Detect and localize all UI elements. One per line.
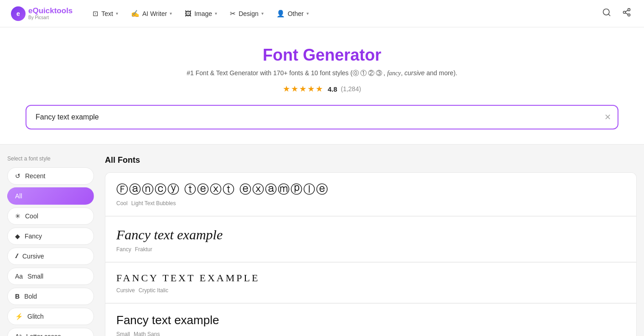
fancy-icon: ◆ [15, 233, 20, 240]
sidebar-item-bold[interactable]: B Bold [7, 288, 94, 305]
font-preview: Fancy text example [116, 313, 625, 328]
hero-rating: ★★★★★ 4.8 (1,284) [11, 84, 633, 94]
font-tag: Fancy [116, 246, 131, 253]
font-tag: Small [116, 331, 130, 336]
sidebar-label: Select a font style [7, 155, 94, 162]
navbar: e eQuicktools By Picsart ⊡ Text ▾ ✍ AI W… [0, 0, 644, 27]
nav-actions [600, 6, 633, 21]
image-icon: 🖼 [185, 10, 192, 17]
sidebar-item-small[interactable]: Aa Small [7, 268, 94, 285]
chevron-down-icon: ▾ [306, 11, 309, 16]
rating-value: 4.8 [327, 85, 337, 93]
font-tags: Small Math Sans [116, 331, 625, 336]
search-input[interactable] [26, 105, 618, 129]
font-card-math-sans[interactable]: Fancy text example Small Math Sans [105, 303, 637, 336]
font-preview: FANCY TEXT EXAMPLE [116, 272, 625, 285]
font-tag: Math Sans [134, 331, 160, 336]
logo-text: eQuicktools By Picsart [28, 7, 73, 21]
search-wrapper: ✕ [26, 105, 618, 129]
sidebar: Select a font style ↺ Recent All ✳ Cool … [7, 155, 94, 336]
glitch-icon: ⚡ [15, 313, 23, 320]
nav-item-design[interactable]: ✂ Design ▾ [224, 7, 269, 21]
font-tag: Light Text Bubbles [131, 200, 176, 207]
sidebar-item-cursive[interactable]: 𝑰 Cursive [7, 248, 94, 265]
other-icon: 👤 [276, 10, 285, 18]
section-title: All Fonts [105, 155, 637, 165]
svg-line-5 [625, 13, 628, 14]
sidebar-items: ↺ Recent All ✳ Cool ◆ Fancy 𝑰 Cursive Aa… [7, 167, 94, 336]
sidebar-item-recent[interactable]: ↺ Recent [7, 167, 94, 185]
font-list: Ⓕⓐⓝⓒⓨ ⓣⓔⓧⓣ ⓔⓧⓐⓜⓟⓛⓔ Cool Light Text Bubbl… [105, 172, 637, 336]
recent-icon: ↺ [15, 172, 21, 180]
share-icon [622, 8, 631, 17]
main-layout: Select a font style ↺ Recent All ✳ Cool … [0, 145, 644, 336]
chevron-down-icon: ▾ [215, 11, 217, 16]
chevron-down-icon: ▾ [261, 11, 264, 16]
font-card-bubbles[interactable]: Ⓕⓐⓝⓒⓨ ⓣⓔⓧⓣ ⓔⓧⓐⓜⓟⓛⓔ Cool Light Text Bubbl… [105, 172, 637, 216]
svg-line-6 [625, 10, 628, 11]
font-card-fraktur[interactable]: Fancy text example Fancy Fraktur [105, 216, 637, 262]
font-tag: Cryptic Italic [139, 287, 168, 294]
ai-writer-icon: ✍ [131, 10, 140, 18]
cursive-icon: 𝑰 [15, 253, 18, 260]
nav-item-other[interactable]: 👤 Other ▾ [271, 7, 314, 21]
font-preview: Fancy text example [116, 226, 625, 243]
star-icons: ★★★★★ [283, 84, 324, 94]
search-icon [602, 8, 611, 17]
font-tag: Cursive [116, 287, 135, 294]
clear-button[interactable]: ✕ [604, 113, 611, 121]
text-icon: ⊡ [93, 10, 99, 18]
font-tags: Cursive Cryptic Italic [116, 287, 625, 294]
svg-line-1 [608, 14, 610, 16]
sidebar-item-all[interactable]: All [7, 187, 94, 205]
font-tag: Fraktur [135, 246, 152, 253]
sidebar-item-fancy[interactable]: ◆ Fancy [7, 227, 94, 245]
font-results: All Fonts Ⓕⓐⓝⓒⓨ ⓣⓔⓧⓣ ⓔⓧⓐⓜⓟⓛⓔ Cool Light … [105, 155, 637, 336]
hero-section: Font Generator #1 Font & Text Generator … [0, 27, 644, 145]
font-preview: Ⓕⓐⓝⓒⓨ ⓣⓔⓧⓣ ⓔⓧⓐⓜⓟⓛⓔ [116, 182, 625, 197]
nav-items: ⊡ Text ▾ ✍ AI Writer ▾ 🖼 Image ▾ ✂ Desig… [87, 7, 600, 21]
nav-item-ai-writer[interactable]: ✍ AI Writer ▾ [125, 7, 177, 21]
cool-icon: ✳ [15, 212, 21, 220]
page-title: Font Generator [11, 46, 633, 65]
search-button[interactable] [600, 6, 613, 21]
font-card-cryptic[interactable]: FANCY TEXT EXAMPLE Cursive Cryptic Itali… [105, 262, 637, 304]
logo-icon: e [11, 6, 26, 21]
rating-count: (1,284) [341, 85, 361, 93]
nav-item-image[interactable]: 🖼 Image ▾ [179, 7, 223, 20]
bold-icon: B [15, 293, 20, 300]
font-tag: Cool [116, 200, 128, 207]
chevron-down-icon: ▾ [116, 11, 118, 16]
font-tags: Fancy Fraktur [116, 246, 625, 253]
sidebar-item-glitch[interactable]: ⚡ Glitch [7, 308, 94, 325]
logo[interactable]: e eQuicktools By Picsart [11, 6, 73, 21]
font-tags: Cool Light Text Bubbles [116, 200, 625, 207]
letter-cases-icon: Aᵃ [15, 333, 21, 336]
small-icon: Aa [15, 273, 23, 280]
sidebar-item-cool[interactable]: ✳ Cool [7, 207, 94, 225]
sidebar-item-letter-cases[interactable]: Aᵃ Letter cases [7, 328, 94, 336]
hero-subtitle: #1 Font & Text Generator with 170+ fonts… [11, 69, 633, 78]
design-icon: ✂ [230, 10, 236, 18]
chevron-down-icon: ▾ [170, 11, 172, 16]
nav-item-text[interactable]: ⊡ Text ▾ [87, 7, 124, 21]
share-button[interactable] [620, 6, 633, 21]
